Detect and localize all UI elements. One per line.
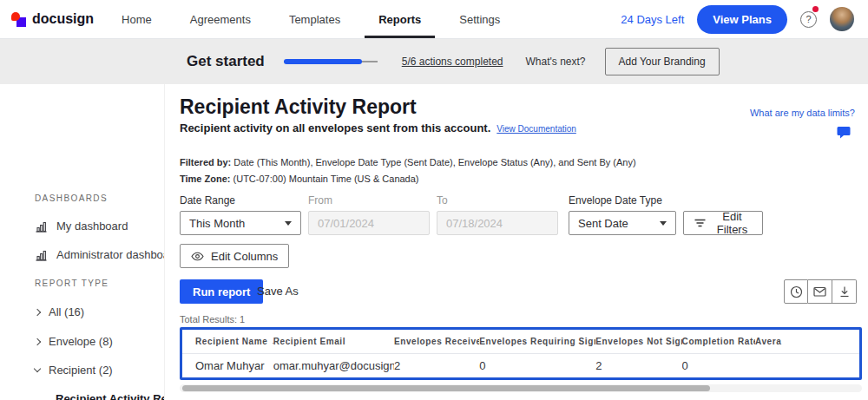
- envelope-date-type-select[interactable]: Sent Date: [569, 211, 676, 235]
- notification-dot: [812, 6, 819, 12]
- docusign-logo[interactable]: docusign: [11, 11, 94, 27]
- data-limits-link[interactable]: What are my data limits?: [750, 108, 855, 118]
- column-label: Recipient Email: [273, 337, 345, 346]
- from-date-input: [308, 211, 430, 235]
- add-branding-button[interactable]: Add Your Branding: [605, 48, 720, 75]
- chevron-right-icon: [34, 308, 41, 315]
- sidebar-item-admin-dashboard[interactable]: Administrator dashboard: [35, 248, 165, 261]
- sidebar-item-label: All (16): [49, 305, 84, 318]
- nav-templates[interactable]: Templates: [270, 0, 359, 38]
- caret-down-icon: [660, 221, 667, 226]
- edit-columns-button[interactable]: Edit Columns: [180, 244, 289, 268]
- edit-columns-label: Edit Columns: [211, 250, 278, 263]
- actions-completed-link[interactable]: 5/6 actions completed: [402, 56, 503, 68]
- column-completion-rate[interactable]: Completion Rate: [682, 337, 755, 346]
- get-started-banner: Get started 5/6 actions completed What's…: [0, 39, 868, 84]
- sidebar-item-my-dashboard[interactable]: My dashboard: [35, 220, 128, 233]
- envelope-date-type-label: Envelope Date Type: [569, 194, 662, 207]
- sidebar-item-label: Envelope (8): [49, 335, 113, 348]
- filtered-by-line: Filtered by: Date (This Month), Envelope…: [180, 157, 636, 167]
- view-documentation-link[interactable]: View Documentation: [496, 124, 576, 134]
- whats-next-label: What's next?: [526, 56, 586, 68]
- cell-envelopes-requiring-signature: 0: [479, 359, 595, 372]
- column-envelopes-requiring-signature[interactable]: Envelopes Requiring Signature: [479, 337, 595, 346]
- sidebar-item-recipient-activity-report[interactable]: Recipient Activity Report: [56, 392, 165, 400]
- progress-bar: [284, 59, 378, 64]
- run-report-button[interactable]: Run report: [180, 279, 263, 304]
- envelope-date-type-value: Sent Date: [578, 217, 628, 230]
- date-range-select[interactable]: This Month: [180, 211, 301, 235]
- column-recipient-email[interactable]: Recipient Email: [273, 337, 394, 346]
- nav-home[interactable]: Home: [102, 0, 171, 38]
- view-plans-button[interactable]: View Plans: [697, 5, 787, 34]
- chat-icon[interactable]: [837, 126, 851, 139]
- scrollbar-thumb[interactable]: [182, 385, 710, 391]
- top-navbar: docusign Home Agreements Templates Repor…: [0, 0, 868, 39]
- user-avatar[interactable]: [830, 7, 854, 31]
- nav-reports[interactable]: Reports: [359, 0, 440, 38]
- table-header-row: Recipient Name Recipient Email Envelopes…: [182, 330, 859, 354]
- column-envelopes-received[interactable]: Envelopes Received: [394, 337, 479, 346]
- app-window: docusign Home Agreements Templates Repor…: [0, 0, 868, 400]
- filter-icon: [694, 218, 706, 228]
- progress-fill: [284, 59, 362, 64]
- column-label: Envelopes Not Signed: [595, 337, 681, 346]
- edit-filters-label: Edit Filters: [713, 210, 752, 236]
- download-icon: [838, 285, 851, 298]
- sidebar-item-label: Recipient (2): [49, 364, 113, 377]
- results-table: Recipient Name Recipient Email Envelopes…: [180, 327, 862, 380]
- envelope-icon: [813, 286, 826, 297]
- column-label: Envelopes Requiring Signature: [479, 337, 595, 346]
- report-description: Recipient activity on all envelopes sent…: [180, 121, 490, 134]
- brand-name: docusign: [32, 11, 94, 27]
- reports-sidebar: DASHBOARDS My dashboard Administrator da…: [0, 84, 165, 400]
- help-button[interactable]: ?: [800, 11, 817, 28]
- dashboards-heading: DASHBOARDS: [35, 193, 108, 203]
- chevron-right-icon: [34, 338, 41, 344]
- trial-days-left[interactable]: 24 Days Left: [621, 13, 684, 26]
- report-toolbar: [784, 279, 857, 304]
- caret-down-icon: [285, 221, 292, 226]
- sidebar-item-label: Recipient Activity Report: [56, 392, 165, 400]
- table-row[interactable]: Omar Muhyar omar.muhyar@docusign.com 2 0…: [182, 354, 859, 377]
- sidebar-item-all[interactable]: All (16): [35, 305, 84, 318]
- active-tab-underline: [365, 36, 435, 38]
- from-label: From: [308, 194, 332, 207]
- eye-icon: [191, 252, 204, 261]
- cell-completion-rate: 0: [682, 359, 755, 372]
- bar-chart-icon: [35, 249, 48, 261]
- filtered-by-label: Filtered by:: [180, 157, 231, 167]
- timezone-label: Time Zone:: [180, 174, 230, 184]
- column-label: Completion Rate: [682, 337, 755, 346]
- column-average-truncated[interactable]: Avera: [755, 337, 859, 346]
- page-title: Recipient Activity Report: [180, 95, 417, 119]
- sidebar-item-recipient[interactable]: Recipient (2): [35, 364, 113, 377]
- column-label: Envelopes Received: [394, 337, 479, 346]
- sidebar-item-envelope[interactable]: Envelope (8): [35, 335, 113, 348]
- date-range-label: Date Range: [180, 194, 235, 207]
- edit-filters-button[interactable]: Edit Filters: [683, 211, 763, 235]
- horizontal-scrollbar: [180, 384, 862, 392]
- bar-chart-icon: [35, 220, 48, 233]
- save-as-button[interactable]: Save As: [257, 285, 299, 298]
- chevron-down-icon: [34, 365, 41, 372]
- schedule-button[interactable]: [784, 279, 808, 304]
- question-mark-icon: ?: [806, 14, 811, 24]
- column-recipient-name[interactable]: Recipient Name: [195, 337, 273, 346]
- nav-reports-label: Reports: [378, 13, 421, 26]
- cell-recipient-name: Omar Muhyar: [195, 359, 273, 372]
- report-main: Recipient Activity Report Recipient acti…: [165, 84, 868, 400]
- cell-envelopes-received: 2: [394, 359, 479, 372]
- email-report-button[interactable]: [808, 279, 832, 304]
- primary-nav: Home Agreements Templates Reports Settin…: [102, 0, 519, 38]
- navbar-right: 24 Days Left View Plans ?: [621, 5, 854, 34]
- column-envelopes-not-signed[interactable]: Envelopes Not Signed: [595, 337, 681, 346]
- nav-agreements[interactable]: Agreements: [171, 0, 270, 38]
- nav-settings[interactable]: Settings: [440, 0, 519, 38]
- cell-recipient-email: omar.muhyar@docusign.com: [273, 359, 394, 372]
- clock-icon: [790, 285, 803, 298]
- to-label: To: [437, 194, 448, 207]
- download-report-button[interactable]: [832, 279, 857, 304]
- filtered-by-value: Date (This Month), Envelope Date Type (S…: [231, 157, 635, 167]
- timezone-value: (UTC-07:00) Mountain Time (US & Canada): [230, 174, 418, 184]
